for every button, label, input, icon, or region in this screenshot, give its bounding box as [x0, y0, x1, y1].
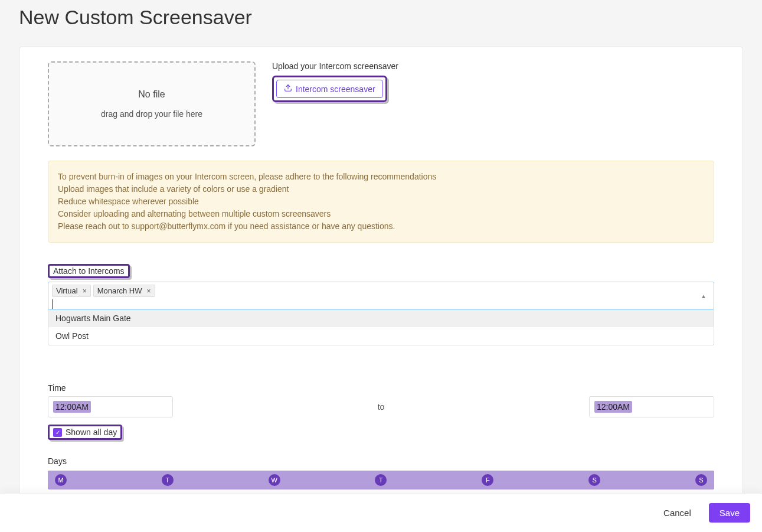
- form-card: No file drag and drop your file here Upl…: [19, 47, 743, 504]
- selected-intercom-tag[interactable]: Virtual ×: [52, 285, 91, 297]
- time-from-value: 12:00AM: [53, 401, 91, 413]
- upload-button-highlight: Intercom screensaver: [272, 76, 387, 102]
- time-from-input[interactable]: 12:00AM: [48, 396, 173, 417]
- burn-in-warning-alert: To prevent burn-in of images on your Int…: [48, 161, 714, 243]
- alert-line: Upload images that include a variety of …: [58, 183, 704, 195]
- days-bar: M T W T F S S: [48, 471, 714, 489]
- alert-line: To prevent burn-in of images on your Int…: [58, 171, 704, 183]
- collapse-icon[interactable]: ▲: [701, 293, 707, 299]
- shown-all-day-wrap[interactable]: ✓ Shown all day: [48, 425, 122, 440]
- attach-to-intercoms-label: Attach to Intercoms: [48, 264, 130, 278]
- day-toggle-tue[interactable]: T: [162, 474, 174, 486]
- time-to-label: to: [173, 402, 589, 412]
- tag-label: Virtual: [56, 286, 78, 295]
- alert-line: Consider uploading and alternating betwe…: [58, 208, 704, 220]
- file-dropzone[interactable]: No file drag and drop your file here: [48, 61, 256, 146]
- footer-actions: Cancel Save: [0, 493, 762, 532]
- alert-line: Reduce whitespace wherever possible: [58, 195, 704, 208]
- dropzone-title: No file: [138, 89, 165, 100]
- time-to-value: 12:00AM: [594, 401, 632, 413]
- day-toggle-sun[interactable]: S: [695, 474, 707, 486]
- cancel-button[interactable]: Cancel: [658, 503, 697, 523]
- multiselect-text-input[interactable]: [52, 299, 53, 309]
- day-toggle-fri[interactable]: F: [482, 474, 493, 486]
- intercom-option[interactable]: Hogwarts Main Gate: [48, 309, 714, 327]
- day-toggle-sat[interactable]: S: [588, 474, 600, 486]
- intercom-options-dropdown: Hogwarts Main Gate Owl Post: [48, 309, 714, 345]
- intercom-option[interactable]: Owl Post: [48, 327, 714, 345]
- upload-button-label: Intercom screensaver: [296, 84, 375, 94]
- upload-label: Upload your Intercom screensaver: [272, 61, 714, 71]
- shown-all-day-checkbox[interactable]: ✓: [53, 428, 62, 437]
- tag-label: Monarch HW: [97, 286, 142, 295]
- remove-tag-icon[interactable]: ×: [147, 287, 151, 295]
- shown-all-day-label: Shown all day: [66, 427, 117, 437]
- attach-intercoms-multiselect[interactable]: Virtual × Monarch HW × ▲: [48, 282, 714, 310]
- time-label: Time: [48, 383, 714, 393]
- day-toggle-mon[interactable]: M: [55, 474, 67, 486]
- time-to-input[interactable]: 12:00AM: [589, 396, 714, 417]
- upload-icon: [284, 84, 292, 94]
- day-toggle-wed[interactable]: W: [269, 474, 280, 486]
- days-label: Days: [48, 456, 714, 466]
- alert-line: Please reach out to support@butterflymx.…: [58, 220, 704, 233]
- save-button[interactable]: Save: [709, 503, 750, 523]
- dropzone-hint: drag and drop your file here: [101, 109, 202, 119]
- selected-intercom-tag[interactable]: Monarch HW ×: [93, 285, 155, 297]
- upload-intercom-screensaver-button[interactable]: Intercom screensaver: [276, 80, 383, 98]
- day-toggle-thu[interactable]: T: [375, 474, 387, 486]
- remove-tag-icon[interactable]: ×: [83, 287, 87, 295]
- page-title: New Custom Screensaver: [19, 6, 743, 29]
